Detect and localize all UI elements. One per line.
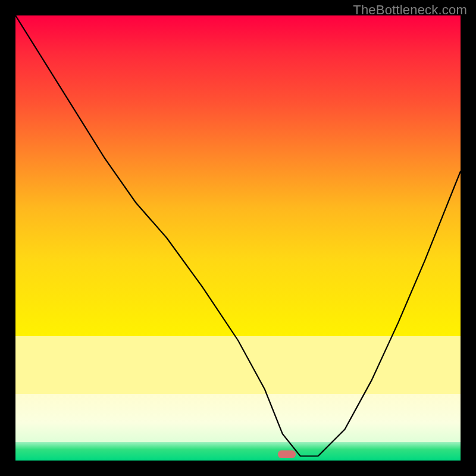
- bottleneck-curve: [15, 15, 461, 461]
- plot-area: [15, 15, 461, 461]
- chart-container: TheBottleneck.com: [0, 0, 476, 476]
- optimal-marker: [278, 450, 296, 458]
